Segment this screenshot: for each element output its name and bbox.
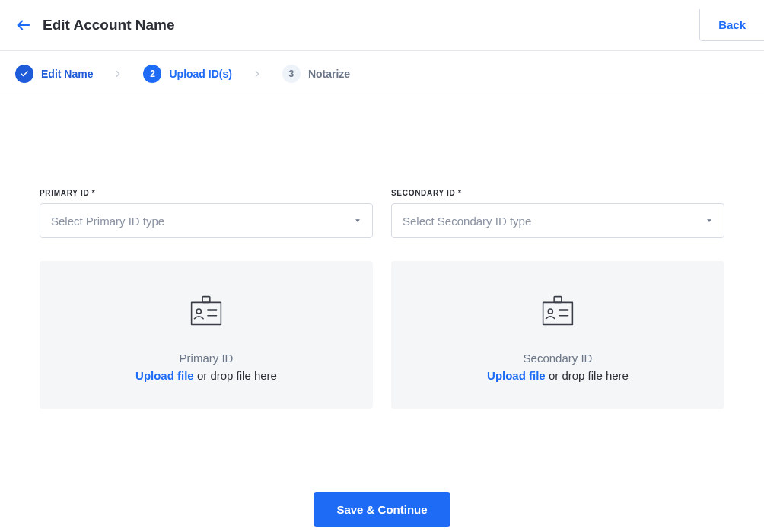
upload-suffix: or drop file here xyxy=(194,369,277,382)
stepper: Edit Name 2 Upload ID(s) 3 Notarize xyxy=(0,51,764,97)
step-edit-name[interactable]: Edit Name xyxy=(15,65,93,83)
chevron-right-icon xyxy=(113,68,123,79)
back-button[interactable]: Back xyxy=(699,9,764,41)
step-badge: 3 xyxy=(282,65,301,83)
svg-rect-9 xyxy=(554,297,562,303)
id-card-icon xyxy=(534,288,581,338)
secondary-id-col: SECONDARY ID * Select Secondary ID type xyxy=(391,189,724,409)
svg-rect-3 xyxy=(202,297,210,303)
upload-title: Secondary ID xyxy=(524,352,593,365)
upload-title: Primary ID xyxy=(180,352,234,365)
header-left: Edit Account Name xyxy=(15,17,175,33)
svg-rect-8 xyxy=(543,302,573,324)
svg-marker-1 xyxy=(355,219,360,222)
upload-suffix: or drop file here xyxy=(546,369,629,382)
select-placeholder: Select Secondary ID type xyxy=(403,215,705,228)
step-label: Edit Name xyxy=(41,68,93,80)
primary-id-label: PRIMARY ID * xyxy=(40,189,373,197)
secondary-id-label: SECONDARY ID * xyxy=(391,189,724,197)
chevron-right-icon xyxy=(252,68,263,79)
step-badge: 2 xyxy=(143,65,161,83)
svg-point-4 xyxy=(196,309,201,314)
upload-line: Upload file or drop file here xyxy=(487,369,629,382)
svg-point-10 xyxy=(548,309,552,314)
primary-id-select[interactable]: Select Primary ID type xyxy=(40,203,373,238)
svg-marker-7 xyxy=(707,219,711,222)
back-arrow-icon[interactable] xyxy=(15,17,32,33)
step-label: Notarize xyxy=(308,68,350,80)
main-content: PRIMARY ID * Select Primary ID type xyxy=(0,97,764,409)
caret-down-icon xyxy=(705,217,713,225)
step-label: Upload ID(s) xyxy=(169,68,231,80)
upload-file-link[interactable]: Upload file xyxy=(135,369,194,382)
step-upload-ids[interactable]: 2 Upload ID(s) xyxy=(143,65,231,83)
select-row: PRIMARY ID * Select Primary ID type xyxy=(40,189,724,409)
check-icon xyxy=(15,65,33,83)
footer: Save & Continue xyxy=(0,492,764,527)
caret-down-icon xyxy=(354,217,361,225)
secondary-id-upload[interactable]: Secondary ID Upload file or drop file he… xyxy=(391,261,724,409)
primary-id-col: PRIMARY ID * Select Primary ID type xyxy=(40,189,373,409)
page-title: Edit Account Name xyxy=(43,17,175,33)
step-notarize[interactable]: 3 Notarize xyxy=(282,65,350,83)
upload-line: Upload file or drop file here xyxy=(135,369,277,382)
save-continue-button[interactable]: Save & Continue xyxy=(314,492,450,527)
svg-rect-2 xyxy=(192,302,221,324)
secondary-id-select[interactable]: Select Secondary ID type xyxy=(391,203,724,238)
upload-file-link[interactable]: Upload file xyxy=(487,369,546,382)
page-header: Edit Account Name Back xyxy=(0,0,764,51)
id-card-icon xyxy=(183,288,230,338)
primary-id-upload[interactable]: Primary ID Upload file or drop file here xyxy=(40,261,373,409)
select-placeholder: Select Primary ID type xyxy=(51,215,354,228)
